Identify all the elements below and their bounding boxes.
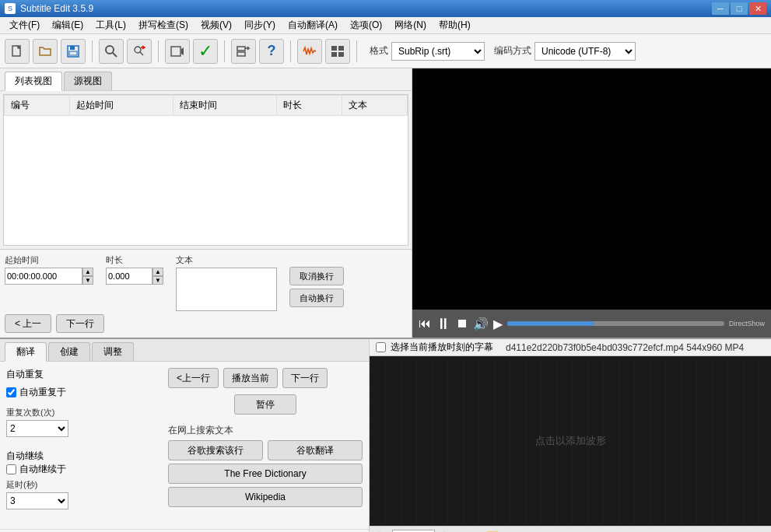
svg-marker-11 [181,47,184,55]
svg-rect-14 [331,46,337,51]
main-area: 列表视图 源视图 编号 起始时间 结束时间 时长 文本 [0,68,771,338]
vc-fullscreen[interactable]: ▶ [493,317,503,331]
svg-rect-12 [237,47,245,51]
start-time-input[interactable] [5,268,82,285]
start-time-up[interactable]: ▲ [82,268,93,276]
select-subtitle-label: 选择当前播放时刻的字幕 [391,341,493,354]
vc-play-pause[interactable]: ⏸ [436,315,451,333]
auto-wrap-button[interactable]: 自动换行 [289,289,344,307]
next-line-button[interactable]: 下一行 [282,368,328,388]
bottom-area: 翻译 创建 调整 自动重复 自动重复于 重复次数(次) 2 1 3 [0,338,771,532]
close-button[interactable]: ✕ [749,2,766,15]
menu-network[interactable]: 网络(N) [388,17,433,33]
repeat-count-select[interactable]: 2 1 3 [6,420,68,437]
auto-continue-checkbox[interactable] [6,464,16,474]
svg-point-8 [135,47,141,53]
format-select[interactable]: SubRip (.srt) [391,42,485,61]
svg-rect-15 [338,46,344,51]
video-controls: ⏮ ⏸ ⏹ 🔊 ▶ DirectShow [412,310,771,338]
right-panel: ⏮ ⏸ ⏹ 🔊 ▶ DirectShow [412,68,771,338]
auto-repeat-label: 自动重复 [6,368,44,381]
vc-stop[interactable]: ⏹ [456,317,468,331]
zoom-select[interactable]: 100% 50% 75% 150% 200% [392,530,435,533]
hint-text: 提示: 使用 <Alt + up/down> 以转到 上一行/下一行 [0,529,369,532]
start-time-spinner[interactable]: ▲ ▼ [82,268,93,285]
app-title: Subtitle Edit 3.5.9 [20,3,93,14]
help-button[interactable]: ? [259,39,284,64]
duration-label: 时长 [106,254,163,266]
tab-create[interactable]: 创建 [48,342,90,361]
search-text-label: 在网上搜索文本 [168,424,363,437]
edit-area: 起始时间 ▲ ▼ 时长 ▲ ▼ [0,249,412,338]
waveform-controls: 🔍 100% 50% 75% 150% 200% 🔍 ▶ ▦ ⏩ [370,526,771,532]
find-button[interactable] [99,39,124,64]
menu-video[interactable]: 视频(V) [195,17,238,33]
col-end: 结束时间 [173,96,277,116]
auto-repeat-from-label: 自动重复于 [19,386,66,399]
duration-up[interactable]: ▲ [152,268,163,276]
col-number: 编号 [5,96,70,116]
vc-progress-bar[interactable] [507,321,724,326]
play-current-button[interactable]: 播放当前 [223,368,278,388]
google-translate-button[interactable]: 谷歌翻译 [268,440,363,460]
menu-file[interactable]: 文件(F) [3,17,46,33]
svg-line-7 [113,53,117,57]
delay-select[interactable]: 3 1 2 [6,492,68,509]
repeat-count-label: 重复次数(次) [6,407,162,418]
menu-autotranslate[interactable]: 自动翻译(A) [282,17,344,33]
free-dictionary-button[interactable]: The Free Dictionary [168,464,363,484]
video-open-button[interactable] [165,39,190,64]
tab-listview[interactable]: 列表视图 [5,72,62,91]
col-text: 文本 [342,96,408,116]
prev-row-button[interactable]: < 上一 [5,314,51,333]
file-info: d411e2d220b73f0b5e4bd039c772efcf.mp4 544… [506,342,744,353]
menu-tools[interactable]: 工具(L) [89,17,132,33]
prev-line-button[interactable]: <上一行 [168,368,219,388]
next-row-button[interactable]: 下一行 [56,314,104,333]
pause-button[interactable]: 暂停 [234,394,296,415]
vc-volume[interactable]: 🔊 [473,317,489,331]
col-duration: 时长 [277,96,342,116]
text-textarea[interactable] [176,268,277,311]
start-time-down[interactable]: ▼ [82,276,93,285]
select-subtitle-checkbox[interactable] [376,342,386,352]
vc-rewind[interactable]: ⏮ [419,317,431,331]
duration-down[interactable]: ▼ [152,276,163,285]
spell-check-button[interactable]: ✓ [193,39,218,64]
trans-tab-bar: 翻译 创建 调整 [0,339,369,362]
tab-sourceview[interactable]: 源视图 [64,72,112,90]
wikipedia-button[interactable]: Wikipedia [168,487,363,507]
tab-adjust[interactable]: 调整 [92,342,134,361]
tab-translate[interactable]: 翻译 [5,342,47,362]
waveform-button[interactable] [297,39,322,64]
open-button[interactable] [33,39,58,64]
svg-rect-13 [237,52,245,56]
toolbar: ✓ ? 格式 SubRip (.srt) 编码方式 Unicode (UTF-8… [0,34,771,68]
menu-edit[interactable]: 编辑(E) [46,17,89,33]
menu-help[interactable]: 帮助(H) [433,17,477,33]
format-label: 格式 [370,44,388,58]
cancel-wrap-button[interactable]: 取消换行 [289,267,344,285]
encoding-select[interactable]: Unicode (UTF-8) [534,42,636,61]
vc-progress-fill [507,321,594,326]
save-button[interactable] [61,39,86,64]
new-button[interactable] [5,39,30,64]
video-player-button[interactable] [325,39,350,64]
translation-panel: 翻译 创建 调整 自动重复 自动重复于 重复次数(次) 2 1 3 [0,339,370,532]
maximize-button[interactable]: □ [731,2,748,15]
col-start: 起始时间 [69,96,173,116]
duration-spinner[interactable]: ▲ ▼ [152,268,163,285]
google-search-button[interactable]: 谷歌搜索该行 [168,440,263,460]
menu-spellcheck[interactable]: 拼写检查(S) [132,17,195,33]
menu-sync[interactable]: 同步(Y) [238,17,282,33]
title-bar: S Subtitle Edit 3.5.9 ─ □ ✕ [0,0,771,17]
trans-right: <上一行 播放当前 下一行 暂停 在网上搜索文本 谷歌搜索该行 谷歌翻译 The… [168,368,363,523]
minimize-button[interactable]: ─ [712,2,729,15]
duration-input[interactable] [106,268,152,285]
replace-button[interactable] [127,39,152,64]
settings-button[interactable] [231,39,256,64]
toolbar-separator-4 [290,40,291,62]
menu-options[interactable]: 选项(O) [344,17,388,33]
auto-repeat-checkbox[interactable] [6,387,16,397]
waveform-display[interactable]: 点击以添加波形 [370,356,771,526]
